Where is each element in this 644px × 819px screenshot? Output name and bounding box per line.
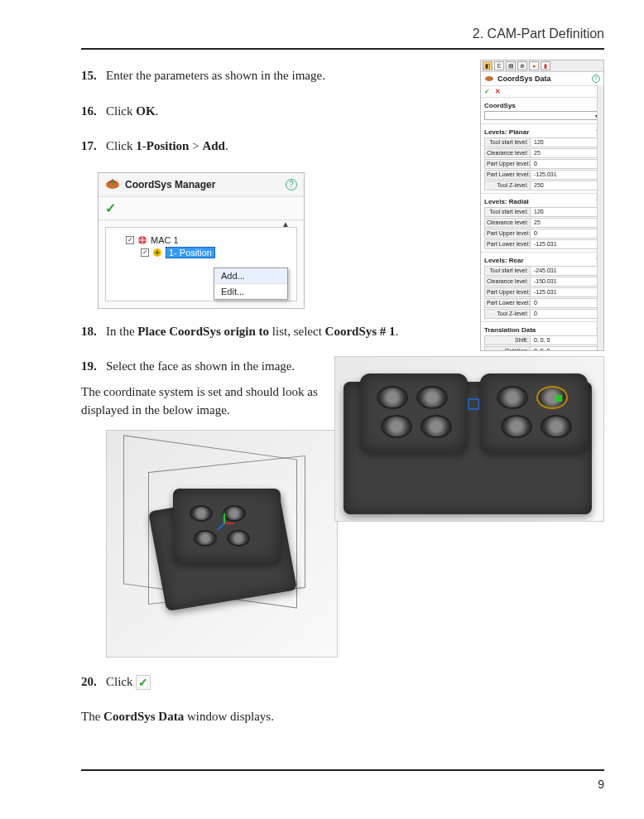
- field-value[interactable]: 0: [531, 159, 600, 169]
- field-value[interactable]: 0: [531, 309, 600, 319]
- field-label: Part Upper level:: [484, 159, 531, 169]
- page-number: 9: [81, 778, 604, 791]
- field-value[interactable]: 120: [531, 207, 600, 217]
- part-model-image-1: [334, 356, 604, 522]
- field-row: Part Lower level:-125.031: [484, 239, 600, 249]
- step-num: 16.: [81, 102, 106, 121]
- footer-rule: [81, 769, 604, 771]
- checkbox-icon[interactable]: ✓: [141, 248, 149, 257]
- section-radial: Levels: Radial⌃ Tool start level:120Clea…: [481, 194, 603, 253]
- tree-item-position[interactable]: ✓ 1- Position: [113, 246, 290, 259]
- coordsys-dropdown[interactable]: ▾: [484, 111, 600, 120]
- mac-icon: [137, 235, 147, 245]
- field-row: Tool start level:120: [484, 207, 600, 217]
- field-value[interactable]: -150.031: [531, 277, 600, 287]
- field-row: Shift:0, 0, 0: [484, 335, 600, 345]
- field-label: Part Lower level:: [484, 170, 531, 180]
- field-row: Tool start level:-245.031: [484, 266, 600, 276]
- help-icon[interactable]: ?: [592, 75, 600, 83]
- csd-okcancel: ✓ ✕: [481, 86, 603, 98]
- toolbar-btn[interactable]: ▤: [506, 61, 516, 70]
- ok-check-icon[interactable]: ✓: [99, 197, 304, 220]
- field-value[interactable]: 25: [531, 218, 600, 228]
- context-menu: Add... Edit...: [214, 267, 288, 300]
- header-rule: [81, 48, 604, 50]
- step-text: Click: [106, 672, 604, 691]
- help-icon[interactable]: ?: [286, 179, 297, 190]
- svg-rect-7: [469, 399, 478, 409]
- field-value[interactable]: -125.031: [531, 170, 600, 180]
- field-value[interactable]: 0, 0, 0: [531, 335, 600, 345]
- axis-gizmo-icon: [214, 513, 234, 533]
- field-label: Tool start level:: [484, 266, 531, 276]
- cancel-x-icon[interactable]: ✕: [495, 88, 501, 95]
- csd-label: CoordSys: [484, 102, 600, 109]
- toolbar-btn[interactable]: ▮: [541, 61, 550, 70]
- field-label: Tool Z-level:: [484, 181, 531, 190]
- field-label: Rotation:: [484, 346, 531, 351]
- field-row: Clearance level:25: [484, 218, 600, 228]
- field-value[interactable]: -125.031: [531, 239, 600, 249]
- field-value[interactable]: 25: [531, 148, 600, 158]
- coordsys-data-panel: ◧ E ▤ ⊕ ● ▮ CoordSys Data ? ✓ ✕ CoordSys…: [480, 60, 604, 351]
- coordset-text: The coordinate system is set and should …: [81, 383, 329, 420]
- field-row: Part Upper level:-125.031: [484, 287, 600, 297]
- checkbox-icon[interactable]: ✓: [126, 236, 134, 244]
- field-row: Part Lower level:-125.031: [484, 170, 600, 180]
- field-label: Part Upper level:: [484, 229, 531, 238]
- field-label: Tool Z-level:: [484, 309, 531, 319]
- csd-title-row: CoordSys Data ?: [481, 72, 603, 86]
- scrollbar[interactable]: [597, 85, 603, 350]
- field-value[interactable]: 0: [531, 298, 600, 308]
- csm-tree: ▲ ✓ MAC 1 ✓ 1- Position Add...: [105, 227, 297, 301]
- field-row: Part Upper level:0: [484, 159, 600, 169]
- selection-marker-icon: [468, 398, 479, 410]
- part-model-image-2: [106, 430, 338, 658]
- svg-line-5: [218, 523, 224, 530]
- section-rear: Levels: Rear⌃ Tool start level:-245.031C…: [481, 253, 603, 322]
- toolbar-btn[interactable]: ◧: [483, 61, 493, 70]
- field-label: Part Lower level:: [484, 239, 531, 249]
- field-value[interactable]: -245.031: [531, 266, 600, 276]
- toolbar-btn[interactable]: ⊕: [517, 61, 527, 70]
- toolbar-btn[interactable]: E: [494, 61, 504, 70]
- field-row: Tool Z-level:250: [484, 181, 600, 190]
- field-row: Clearance level:25: [484, 148, 600, 158]
- csm-header: CoordSys Manager ?: [99, 173, 304, 197]
- step-num: 19.: [81, 357, 106, 376]
- collapse-icon[interactable]: ▲: [281, 219, 290, 229]
- toolbar-btn[interactable]: ●: [529, 61, 539, 70]
- field-label: Tool start level:: [484, 207, 531, 217]
- tree-item-mac1[interactable]: ✓ MAC 1: [113, 234, 290, 246]
- step-num: 17.: [81, 137, 106, 156]
- field-label: Clearance level:: [484, 148, 531, 158]
- menu-edit[interactable]: Edit...: [214, 284, 287, 299]
- coordsys-manager-panel: CoordSys Manager ? ✓ ▲ ✓ MAC 1 ✓: [98, 172, 305, 309]
- field-value[interactable]: 0: [531, 229, 600, 238]
- ok-check-icon[interactable]: ✓: [484, 88, 490, 95]
- svg-point-6: [485, 76, 493, 81]
- page-header: 2. CAM-Part Definition: [81, 26, 604, 41]
- field-row: Part Lower level:0: [484, 298, 600, 308]
- field-value[interactable]: 250: [531, 181, 600, 190]
- field-value[interactable]: 120: [531, 137, 600, 147]
- green-check-icon: [136, 675, 151, 690]
- csm-title: CoordSys Manager: [125, 179, 215, 190]
- field-row: Rotation:0, 0, 0: [484, 346, 600, 351]
- menu-add[interactable]: Add...: [214, 268, 287, 284]
- field-label: Clearance level:: [484, 218, 531, 228]
- csd-toolbar: ◧ E ▤ ⊕ ● ▮: [481, 60, 603, 72]
- coordsys-logo-icon: [105, 178, 120, 191]
- step-num: 18.: [81, 322, 106, 341]
- field-value[interactable]: 0, 0, 0: [531, 346, 600, 351]
- field-label: Tool start level:: [484, 137, 531, 147]
- field-label: Part Upper level:: [484, 287, 531, 297]
- position-icon: [152, 248, 162, 258]
- step-num: 15.: [81, 66, 106, 85]
- field-row: Tool start level:120: [484, 137, 600, 147]
- svg-rect-8: [555, 395, 562, 402]
- field-label: Shift:: [484, 335, 531, 345]
- field-value[interactable]: -125.031: [531, 287, 600, 297]
- section-translation: Translation Data⌃ Shift:0, 0, 0Rotation:…: [481, 322, 603, 351]
- field-label: Clearance level:: [484, 277, 531, 287]
